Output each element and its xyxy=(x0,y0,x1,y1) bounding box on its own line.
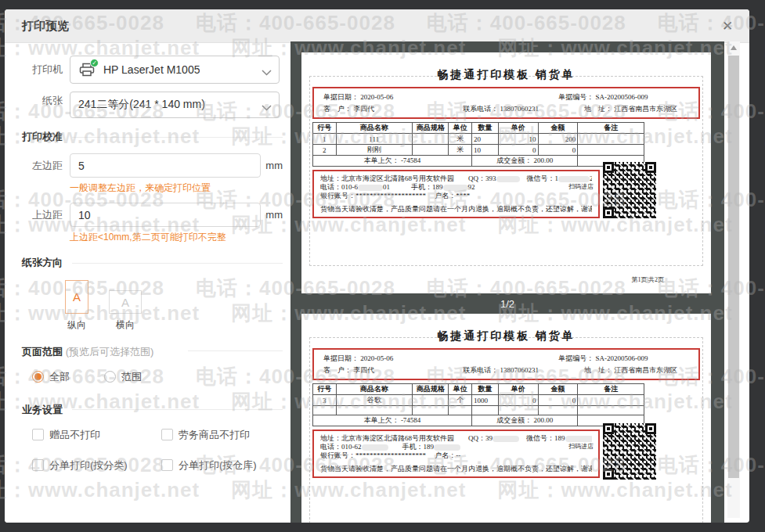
doc-table-header-row: 行号商品名称商品规格单位数量单价金额备注 xyxy=(313,123,644,134)
doc-date: 单据日期： 2020-05-06 xyxy=(323,92,463,102)
left-margin-unit: mm xyxy=(265,160,283,171)
doc-table-row: 2刚刚米1000 xyxy=(313,145,644,156)
doc-col-header: 备注 xyxy=(578,123,644,134)
redaction-blur xyxy=(493,436,519,442)
doc-cell xyxy=(412,406,449,415)
business-checkbox-grid: 赠品不打印劳务商品不打印分单打印(按分类)分单打印(按仓库) xyxy=(32,428,283,473)
qr-finder-square xyxy=(603,162,614,173)
doc-footer-text: 银行账号：******************** 户名：**** xyxy=(320,192,470,200)
doc-cell: 10 xyxy=(498,134,538,145)
doc-col-header: 商品规格 xyxy=(412,384,449,395)
doc-footer-text: 2 xyxy=(590,174,592,182)
left-margin-input[interactable] xyxy=(70,153,261,178)
preview-scroll: 畅捷通打印模板 销货单单据日期： 2020-05-06单据编号： SA-2020… xyxy=(290,41,724,523)
checkbox-unchecked-icon xyxy=(161,459,173,471)
doc-footer-line: 电话：010-62 手机：189 xyxy=(320,443,592,451)
printer-row: 打印机 ✓ HP LaserJet M1005 xyxy=(22,56,283,84)
doc-col-header: 数量 xyxy=(472,123,499,134)
top-margin-input[interactable] xyxy=(70,203,261,227)
doc-footer-line: 电话：010-601 手机：18992 xyxy=(320,183,592,192)
range-custom-radio[interactable]: 范围 xyxy=(104,370,142,384)
doc-content: 畅捷通打印模板 销货单单据日期： 2020-05-06单据编号： SA-2020… xyxy=(301,52,711,293)
doc-cell: 2 xyxy=(313,145,337,156)
business-section-title: 业务设置 xyxy=(22,403,283,417)
doc-cell xyxy=(578,395,644,406)
doc-address: 地 址： 江西省南昌市东湖区 xyxy=(584,365,691,376)
doc-footer-text: 地址：北京市海淀区北清路68号用友软件园 QQ：393 xyxy=(320,174,496,182)
qr-finder-square xyxy=(603,423,614,434)
range-all-radio[interactable]: 全部 xyxy=(32,370,70,384)
doc-table-header-row: 行号商品名称商品规格单位数量单价金额备注 xyxy=(313,384,644,395)
printer-label: 打印机 xyxy=(22,63,63,77)
orientation-landscape-option[interactable]: A 横向 xyxy=(109,279,142,332)
doc-col-header: 行号 xyxy=(313,123,337,134)
doc-cell xyxy=(578,134,644,145)
page-range-radios: 全部 范围 xyxy=(32,370,283,384)
close-icon[interactable]: ✕ xyxy=(718,17,737,36)
settings-panel: 打印机 ✓ HP LaserJet M1005 纸张 241二等分(241 * … xyxy=(5,43,290,523)
doc-footer-box: 地址：北京市海淀区北清路68号用友软件园 QQ：393 微信号：12电话：010… xyxy=(312,170,600,218)
doc-cell: 111 xyxy=(336,134,412,145)
redaction-blur xyxy=(362,444,388,451)
doc-footer-text: 地址：北京市海淀区北清路68号用友软件园 QQ：39 xyxy=(320,434,493,442)
printer-ready-check-icon: ✓ xyxy=(90,59,99,67)
doc-phone: 联系电话： 13807060231 xyxy=(463,365,584,376)
printer-select[interactable]: ✓ HP LaserJet M1005 xyxy=(70,56,280,84)
business-checkbox[interactable]: 赠品不打印 xyxy=(32,428,161,442)
left-margin-row: 左边距 mm xyxy=(22,153,283,178)
doc-cell xyxy=(578,145,644,156)
doc-footer-line: 银行账号：******************** 户名：-- xyxy=(320,451,592,460)
page-range-hint: (预览后可选择范围) xyxy=(66,346,154,358)
scroll-up-arrow-icon[interactable] xyxy=(727,41,740,54)
doc-footer-line: 货物当天请验收清楚，产品质量问题请在一个月内退换，逾期概不负责，还望谅解，谢谢合… xyxy=(320,205,592,214)
doc-content: 畅捷通打印模板 销货单单据日期： 2020-05-06单据编号： SA-2020… xyxy=(301,314,711,523)
dialog-title: 打印预览 xyxy=(22,19,69,34)
orientation-portrait-option[interactable]: A 纵向 xyxy=(65,279,88,332)
paper-select[interactable]: 241二等分(241 * 140 mm) xyxy=(70,92,280,118)
doc-header-row: 单据日期： 2020-05-06单据编号： SA-20200506-009 xyxy=(323,353,691,365)
doc-footer-text: 手机：189 xyxy=(388,443,435,451)
business-checkbox[interactable]: 分单打印(按仓库) xyxy=(161,458,290,473)
doc-table-row xyxy=(313,406,644,415)
doc-footer-line: 货物当天请验收清楚，产品质量问题请在一个月内退换，逾期概不负责，还望谅解，谢谢合… xyxy=(320,465,592,473)
qr-finder-square xyxy=(603,207,614,218)
doc-title: 畅捷通打印模板 销货单 xyxy=(312,68,700,82)
doc-cell xyxy=(336,406,412,415)
doc-cell xyxy=(449,406,472,415)
range-custom-label: 范围 xyxy=(121,370,142,384)
left-margin-hint: 一般调整左边距，来确定打印位置 xyxy=(70,182,283,195)
scrollbar-thumb[interactable] xyxy=(728,56,739,478)
qr-code xyxy=(603,162,656,218)
doc-table-row: 3谷歌个100000 xyxy=(313,395,644,406)
doc-table-row: 1111米2010200 xyxy=(313,134,644,145)
radio-unselected-icon xyxy=(104,371,116,383)
business-checkbox[interactable]: 劳务商品不打印 xyxy=(161,428,290,442)
paper-row: 纸张 241二等分(241 * 140 mm) xyxy=(22,84,283,118)
doc-cell: 米 xyxy=(449,134,472,145)
top-margin-hint: 上边距<10mm,第二页可能打印不完整 xyxy=(70,231,283,244)
qr-finder-square xyxy=(645,162,656,173)
doc-col-header: 单位 xyxy=(449,123,472,134)
doc-phone: 联系电话： 13807060231 xyxy=(463,104,584,114)
doc-cell xyxy=(472,406,499,415)
redaction-blur xyxy=(496,176,520,182)
doc-header-row: 单据日期： 2020-05-06单据编号： SA-20200506-009 xyxy=(323,92,691,103)
doc-cell: 0 xyxy=(498,145,538,156)
doc-col-header: 商品名称 xyxy=(336,123,412,134)
doc-cell xyxy=(538,406,578,415)
doc-cell: 10 xyxy=(472,145,499,156)
checkbox-label: 赠品不打印 xyxy=(49,428,100,442)
doc-customer: 客 户： 李四代 xyxy=(323,365,463,376)
business-checkbox[interactable]: 分单打印(按分类) xyxy=(32,458,161,473)
doc-col-header: 单价 xyxy=(498,384,538,395)
doc-customer: 客 户： 李四代 xyxy=(323,104,463,114)
doc-cell: 1000 xyxy=(472,395,499,406)
doc-cell xyxy=(578,406,644,415)
redaction-blur xyxy=(434,444,460,451)
qr-code xyxy=(603,423,656,480)
doc-col-header: 金额 xyxy=(538,384,578,395)
doc-cell: 1 xyxy=(313,134,337,145)
qr-finder-square xyxy=(645,423,656,434)
checkbox-label: 分单打印(按分类) xyxy=(49,458,128,473)
doc-cell: 200 xyxy=(538,134,578,145)
